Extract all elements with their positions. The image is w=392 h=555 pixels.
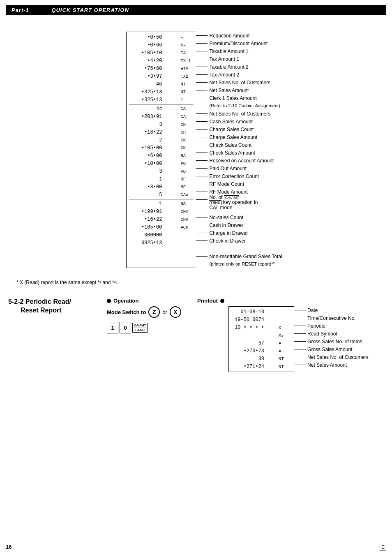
ll-row-25: Check in Drawer [196,237,282,245]
s522-ll-2: Time/Consecutive No. [294,314,369,322]
ll-row-9b: (Refer to 2-10 Cashier Assignment) [196,102,282,110]
ll-row-6: Tax Amount 2 [196,71,282,79]
operation-header: Operation [107,298,197,304]
operation-bullet [107,299,111,303]
part-label: Part-1 [12,7,29,13]
mode-switch-label: Mode Switch to [107,309,146,315]
s522-row-2: 19–50 0074 [231,316,292,324]
ll-row-18: Error Correction Count [196,172,282,180]
receipt-row-15: •105•00 CK [129,144,194,152]
ll-row-8: Net Sales Amount [196,86,282,94]
receipt-row-27: 0325•13 [129,239,194,247]
top-printout-section: •0•50 – •0•66 %– •105•10 TA •4•20 TX 1 [8,28,384,272]
ll-row-10: Net Sales No. of Customers [196,110,282,118]
printout-bullet [220,299,224,303]
receipt-row-18: 3 VD [129,167,194,175]
s522-ll-3: Periodic [294,322,369,330]
ll-row-9: Clerk 1 Sales Amount [196,94,282,102]
key-1[interactable]: 1 [107,322,118,333]
receipt-row-3: •105•10 TA [129,49,194,57]
top-labels-area: Reduction Amount Premium/Discount Amount… [196,32,282,268]
receipt-row-2: •0•66 %– [129,41,194,49]
s522-row-3: 10 • • • • X– [231,324,292,331]
receipt-row-13: •16•22 CH [129,128,194,136]
s522-row-3b: X↙ [231,331,292,339]
ll-row-14: Check Sales Count [196,141,282,149]
section-title-line2: Reset Report [21,306,99,315]
ll-row-7: Net Sales No. of Customers [196,79,282,86]
s522-row-6: 38 NT [231,355,292,363]
key-or-label: or [162,309,167,315]
receipt-row-11: •203•91 CA [129,113,194,120]
s522-ll-6: Net Sales No. of Customers [294,353,369,361]
receipt-row-14: 2 CK [129,136,194,144]
receipt-row-8: •325•13 NT [129,88,194,96]
ll-row-22: No-sales Count [196,213,282,221]
receipt-row-23: •199•91 CH# [129,208,194,215]
s522-ll-3b: Read Symbol [294,330,369,338]
top-diagram: •0•50 – •0•66 %– •105•10 TA •4•20 TX 1 [126,32,282,268]
receipt-row-4: •4•20 TX 1 [129,57,194,65]
ll-row-3: Taxable Amount 1 [196,47,282,55]
ll-row-5: Taxable Amount 2 [196,63,282,71]
s522-row-7: •271•24 NT [231,363,292,370]
printout-header: Printout [197,298,227,304]
section-522: 5-2-2 Periodic Read/ Reset Report Operat… [8,298,384,372]
s522-row-5: •270•73 ✱ [231,347,292,355]
key-0[interactable]: 0 [120,322,131,333]
receipt-row-17: •10•00 PO [129,160,194,167]
receipt-row-16: •6•00 RA [129,152,194,160]
receipt-row-25: •105•00 ✱CK [129,223,194,231]
receipt-row-20: •3•00 RF [129,183,194,191]
section-title-line1: 5-2-2 Periodic Read/ [8,298,99,306]
key-x[interactable]: X [170,306,181,318]
section-content-block: Operation Printout Mode Switch to [107,298,384,372]
s522-ll-4: Gross Sales No. of Items [294,338,369,345]
col-headers: Operation Printout [107,298,384,304]
receipt-row-9: •325•13 1 [129,96,194,104]
main-content: •0•50 – •0•66 %– •105•10 TA •4•20 TX 1 [0,15,392,380]
section-title-block: 5-2-2 Periodic Read/ Reset Report [8,298,99,315]
ll-row-21b: CAL mode [196,204,282,211]
key-ca-amt-tend[interactable]: CA/AMT /TEND [132,323,148,333]
ll-row-27b: (printed only on RESET report)*² [196,260,282,268]
ll-row-13: Charge Sales Amount [196,133,282,141]
section522-receipt: 01–08–10 19–50 0074 10 • • • • X– [228,306,294,372]
receipt-row-5: •75•60 ✱TA [129,65,194,72]
page-wrapper: Part-1 QUICK START OPERATION •0•50 – •0•… [0,5,392,380]
ll-row-19: RF Mode Count [196,180,282,188]
receipt-row-26: 000000 [129,231,194,239]
section522-printout: 01–08–10 19–50 0074 10 • • • • X– [228,306,369,372]
receipt-divider-2 [129,199,194,199]
note-text: * X (Read) report is the same except *¹ … [8,280,384,285]
s522-ll-7: Net Sales Amount [294,361,369,369]
receipt-row-7: 46 NT [129,80,194,88]
key-z[interactable]: Z [148,306,160,318]
receipt-divider-1 [129,104,194,104]
receipt-row-10: 44 CA [129,105,194,113]
receipt-row-24: •16•22 CH# [129,215,194,223]
operation-label: Operation [113,298,138,304]
ll-row-17: Paid Out Amount [196,164,282,172]
ll-row-26 [196,245,282,252]
section-title-area: 5-2-2 Periodic Read/ Reset Report Operat… [8,298,384,372]
top-receipt-box: •0•50 – •0•66 %– •105•10 TA •4•20 TX 1 [126,32,196,268]
ll-row-2: Premium/Discount Amount [196,39,282,47]
page-number: 16 [6,544,12,550]
ll-row-1: Reduction Amount [196,32,282,39]
mode-switch-row: Mode Switch to Z or X 1 0 [107,306,224,333]
receipt-row-6: •3•97 TX2 [129,72,194,80]
title-label: QUICK START OPERATION [51,7,129,13]
s522-ll-1: Date [294,306,369,314]
ll-row-15: Check Sales Amount [196,149,282,157]
page-footer: 16 E [6,542,386,550]
ll-row-11: Cash Sales Amount [196,118,282,125]
s522-labels: Date Time/Consecutive No. Periodic [294,306,369,369]
receipt-row-21: 5 CA✕ [129,191,194,199]
s522-ll-5: Gross Sales Amount [294,345,369,353]
s522-row-4: 67 ✱ [231,339,292,347]
ll-row-12: Charge Sales Count [196,125,282,133]
ll-row-21: No. of CA/AMT/TEND key operation in [196,196,282,204]
receipt-row-22: 1 NS [129,200,194,208]
s522-row-1: 01–08–10 [231,308,292,316]
